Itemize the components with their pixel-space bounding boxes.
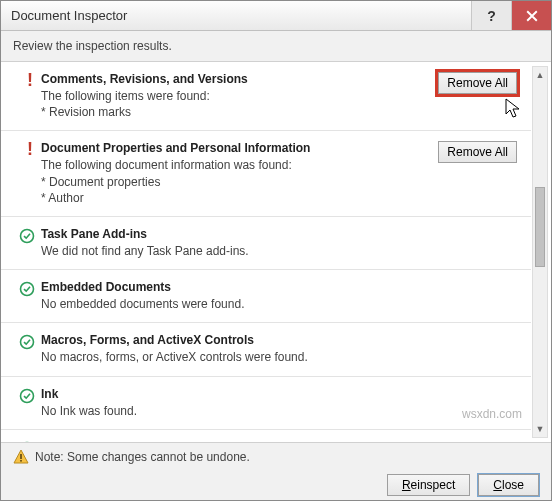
instruction-text: Review the inspection results.	[1, 31, 551, 62]
section-title: Embedded Documents	[41, 280, 427, 294]
check-icon	[19, 233, 35, 247]
section-title: Task Pane Add-ins	[41, 227, 427, 241]
reinspect-button[interactable]: Reinspect	[387, 474, 470, 496]
alert-icon: !	[19, 73, 41, 87]
result-section: Macros, Forms, and ActiveX ControlsNo ma…	[1, 323, 531, 376]
remove-all-button[interactable]: Remove All	[438, 141, 517, 163]
footer-note-text: Note: Some changes cannot be undone.	[35, 450, 250, 464]
result-section: Collapsed Headings	[1, 430, 531, 442]
section-body: We did not find any Task Pane add-ins.	[41, 243, 427, 259]
alert-icon: !	[19, 142, 41, 156]
section-title: Collapsed Headings	[41, 440, 427, 442]
svg-rect-6	[20, 460, 22, 462]
section-title: Comments, Revisions, and Versions	[41, 72, 427, 86]
result-section: InkNo Ink was found.	[1, 377, 531, 430]
close-window-button[interactable]	[511, 1, 551, 30]
vertical-scrollbar[interactable]: ▲ ▼	[532, 66, 548, 438]
result-section: !Document Properties and Personal Inform…	[1, 131, 531, 217]
title-bar: Document Inspector ?	[1, 1, 551, 31]
svg-point-0	[21, 229, 34, 242]
scrollbar-thumb[interactable]	[535, 187, 545, 267]
section-title: Ink	[41, 387, 427, 401]
result-section: !Comments, Revisions, and VersionsThe fo…	[1, 62, 531, 131]
svg-rect-5	[20, 454, 22, 459]
footer-note: Note: Some changes cannot be undone.	[13, 449, 539, 465]
section-body: No Ink was found.	[41, 403, 427, 419]
section-body: No macros, forms, or ActiveX controls we…	[41, 349, 427, 365]
remove-all-button[interactable]: Remove All	[438, 72, 517, 94]
window-title: Document Inspector	[11, 8, 471, 23]
svg-point-2	[21, 336, 34, 349]
check-icon	[19, 339, 35, 353]
close-icon	[526, 10, 538, 22]
section-body: The following document information was f…	[41, 157, 427, 206]
close-button[interactable]: Close	[478, 474, 539, 496]
svg-point-3	[21, 389, 34, 402]
result-section: Task Pane Add-insWe did not find any Tas…	[1, 217, 531, 270]
scroll-up-arrow-icon[interactable]: ▲	[533, 67, 547, 83]
warning-icon	[13, 449, 29, 465]
section-body: No embedded documents were found.	[41, 296, 427, 312]
result-section: Embedded DocumentsNo embedded documents …	[1, 270, 531, 323]
help-button[interactable]: ?	[471, 1, 511, 30]
section-title: Macros, Forms, and ActiveX Controls	[41, 333, 427, 347]
dialog-footer: Note: Some changes cannot be undone. Rei…	[1, 442, 551, 501]
results-panel: !Comments, Revisions, and VersionsThe fo…	[1, 62, 551, 442]
section-body: The following items were found:* Revisio…	[41, 88, 427, 120]
svg-point-1	[21, 283, 34, 296]
scroll-down-arrow-icon[interactable]: ▼	[533, 421, 547, 437]
section-title: Document Properties and Personal Informa…	[41, 141, 427, 155]
check-icon	[19, 393, 35, 407]
check-icon	[19, 286, 35, 300]
